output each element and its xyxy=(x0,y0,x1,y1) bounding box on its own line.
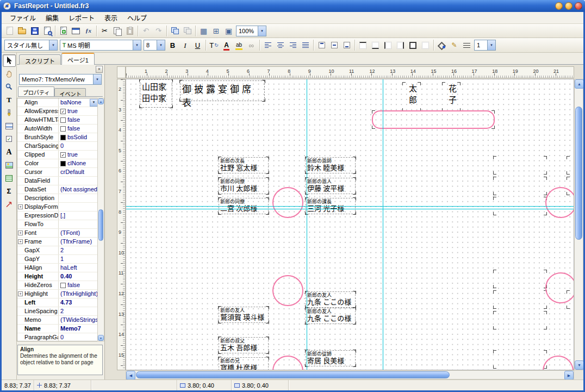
db-object-tool[interactable] xyxy=(3,172,16,184)
frame-all-button[interactable] xyxy=(407,39,419,51)
paste-button[interactable] xyxy=(123,25,136,37)
empty-memo-object[interactable] xyxy=(494,178,546,194)
show-grid-button[interactable]: ▦ xyxy=(197,25,210,37)
property-grid-scrollbar[interactable]: ▲ ▼ xyxy=(97,98,104,341)
menu-report[interactable]: レポート xyxy=(64,11,99,24)
property-row-height[interactable]: Height0.40 xyxy=(17,272,98,281)
snap-to-grid-button[interactable]: ▣ xyxy=(222,25,235,37)
scroll-down-button[interactable]: ▼ xyxy=(575,360,583,370)
design-canvas[interactable]: 山田家田中家御披露宴御席表太郎花子新郎の次長社野 窓太様新郎の同僚市川 太郎様新… xyxy=(126,79,574,370)
group-button[interactable] xyxy=(169,25,181,37)
frame-style-button[interactable] xyxy=(460,39,473,51)
dropdown-arrow-icon[interactable]: ▼ xyxy=(133,40,141,50)
tab-properties[interactable]: プロパティ xyxy=(18,86,54,96)
frame-top-button[interactable] xyxy=(357,39,369,51)
minimize-button[interactable] xyxy=(555,2,563,10)
dropdown-arrow-icon[interactable]: ▼ xyxy=(93,74,101,84)
link-button[interactable]: ∞ xyxy=(245,39,258,51)
tab-script[interactable]: スクリプト xyxy=(19,54,61,65)
expand-icon[interactable]: + xyxy=(18,291,23,296)
bold-button[interactable]: B xyxy=(166,39,179,51)
empty-memo-object[interactable] xyxy=(494,291,546,308)
property-row-dataset[interactable]: DataSet(Not assigned) xyxy=(17,185,98,194)
expand-icon[interactable]: + xyxy=(18,239,23,244)
new-dialog-button[interactable] xyxy=(70,25,82,37)
property-row-autowidth[interactable]: AutoWidthfalse xyxy=(17,125,98,133)
property-row-paragraphga[interactable]: ParagraphGa0 xyxy=(17,333,98,341)
titlebar[interactable]: FastReport - Untitled.fr3 xyxy=(0,0,585,12)
empty-memo-object[interactable] xyxy=(494,351,546,368)
guest-memo-object[interactable]: 新郎の恩師鈴木 睦美様 xyxy=(306,157,356,173)
property-row-left[interactable]: Left4.73 xyxy=(17,298,98,307)
property-row-hidezeros[interactable]: HideZerosfalse xyxy=(17,281,98,290)
property-row-gapx[interactable]: GapX2 xyxy=(17,246,98,255)
tab-events[interactable]: イベント xyxy=(54,88,86,96)
checkbox-tool[interactable]: ✓ xyxy=(3,133,16,145)
empty-memo-object[interactable] xyxy=(494,271,546,287)
menu-help[interactable]: ヘルプ xyxy=(122,11,152,24)
checkbox-icon[interactable]: ✓ xyxy=(60,152,66,158)
property-row-brushstyle[interactable]: BrushStylebsSolid xyxy=(17,133,98,142)
select-tool[interactable] xyxy=(3,54,16,67)
underline-button[interactable]: U xyxy=(191,39,204,51)
property-row-linespacing[interactable]: LineSpacing2 xyxy=(17,307,98,316)
new-page-button[interactable] xyxy=(57,25,70,37)
object-select[interactable]: Memo7: TfrxMemoView ▼ xyxy=(19,74,102,85)
property-row-align[interactable]: AlignbaNone▼ xyxy=(17,98,98,107)
preview-button[interactable] xyxy=(41,25,53,37)
checkbox-icon[interactable] xyxy=(60,283,66,288)
checkbox-icon[interactable] xyxy=(60,117,66,123)
guest-memo-object[interactable]: 新郎の叔父五木 吾郎様 xyxy=(219,337,269,353)
variables-button[interactable]: ƒx xyxy=(82,25,95,37)
rounded-rect-shape[interactable] xyxy=(372,110,495,129)
property-row-allowhtmlta[interactable]: AllowHTMLTafalse xyxy=(17,116,98,125)
property-row-charspacing[interactable]: CharSpacing0 xyxy=(17,142,98,151)
undo-button[interactable]: ↶ xyxy=(140,25,152,37)
redo-button[interactable]: ↷ xyxy=(152,25,165,37)
align-to-grid-button[interactable]: ⊞ xyxy=(210,25,222,37)
frame-left-button[interactable] xyxy=(382,39,394,51)
valign-middle-button[interactable] xyxy=(328,39,340,51)
memo-object[interactable]: 太郎 xyxy=(403,83,420,110)
draw-tool[interactable] xyxy=(3,198,16,210)
table-circle-shape[interactable] xyxy=(272,356,303,370)
picture-object-tool[interactable] xyxy=(3,159,16,171)
empty-memo-object[interactable] xyxy=(494,312,546,328)
empty-memo-object[interactable] xyxy=(494,157,546,173)
property-row-allowexpress[interactable]: AllowExpress✓true xyxy=(17,107,98,116)
memo-object[interactable]: 花子 xyxy=(443,83,459,110)
vertical-scrollbar[interactable]: ▲ ▼ xyxy=(574,79,583,370)
property-row-highlight[interactable]: +Highlight(TfrxHighlight) xyxy=(17,290,98,298)
property-row-description[interactable]: Description xyxy=(17,194,98,203)
copy-button[interactable] xyxy=(111,25,123,37)
cut-button[interactable]: ✂ xyxy=(98,25,111,37)
align-justify-button[interactable] xyxy=(299,39,312,51)
table-circle-shape[interactable] xyxy=(545,187,574,218)
frame-right-button[interactable] xyxy=(394,39,407,51)
property-row-clipped[interactable]: Clipped✓true xyxy=(17,151,98,159)
frame-width-select[interactable]: 1 ▼ xyxy=(474,40,496,51)
new-report-button[interactable] xyxy=(3,25,16,37)
text-edit-tool[interactable]: T xyxy=(3,94,16,106)
save-button[interactable] xyxy=(28,25,41,37)
scroll-left-button[interactable]: ◀ xyxy=(126,371,135,379)
property-row-name[interactable]: NameMemo7 xyxy=(17,325,98,333)
ungroup-button[interactable] xyxy=(181,25,194,37)
property-row-gapy[interactable]: GapY1 xyxy=(17,255,98,264)
property-row-expressionde[interactable]: ExpressionDe[,] xyxy=(17,211,98,220)
valign-top-button[interactable] xyxy=(315,39,328,51)
band-tool[interactable] xyxy=(3,120,16,132)
horizontal-scroll-thumb[interactable] xyxy=(136,371,450,378)
property-row-flowto[interactable]: FlowTo xyxy=(17,220,98,229)
zoom-select[interactable]: 100% ▼ xyxy=(236,26,266,36)
align-left-button[interactable] xyxy=(262,39,274,51)
memo-object[interactable]: 御披露宴御席表 xyxy=(180,80,265,101)
guest-memo-object[interactable]: 新郎の兄寳橋 杜彦様 xyxy=(219,357,269,370)
guest-memo-object[interactable]: 新郎の次長社野 窓太様 xyxy=(219,157,269,173)
font-color-button[interactable]: A xyxy=(220,39,233,51)
guest-memo-object[interactable]: 新郎の友人九条 ここの様 xyxy=(306,291,356,308)
close-button[interactable] xyxy=(575,2,582,10)
dropdown-arrow-icon[interactable]: ▼ xyxy=(90,99,98,107)
property-row-cursor[interactable]: CursorcrDefault xyxy=(17,168,98,177)
scroll-thumb[interactable] xyxy=(98,209,103,241)
